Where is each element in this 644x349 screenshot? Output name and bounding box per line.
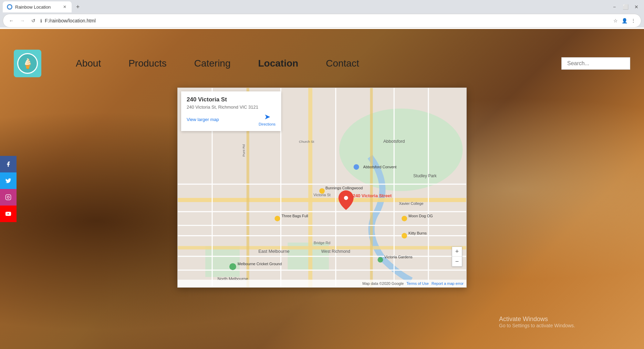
- svg-text:Moon Dog OG: Moon Dog OG: [408, 214, 433, 218]
- navigation: About Products Catering Location Contact: [62, 58, 561, 69]
- map-container: Victoria St Bridge Rd Punt Rd Church St …: [177, 88, 467, 288]
- youtube-button[interactable]: [0, 206, 17, 222]
- nav-about[interactable]: About: [62, 58, 115, 69]
- svg-point-36: [319, 188, 325, 194]
- svg-text:Victoria Gardens: Victoria Gardens: [384, 255, 413, 259]
- directions-icon: ➤: [264, 112, 270, 121]
- svg-point-0: [8, 5, 11, 9]
- svg-text:Three Bags Full: Three Bags Full: [281, 214, 308, 218]
- svg-text:Xavier College: Xavier College: [399, 201, 423, 206]
- popup-address: 240 Victoria St, Richmond VIC 3121: [187, 104, 276, 110]
- nav-catering[interactable]: Catering: [180, 58, 245, 69]
- facebook-button[interactable]: [0, 156, 17, 172]
- popup-actions: View larger map ➤ Directions: [187, 112, 276, 126]
- svg-rect-12: [370, 88, 373, 287]
- svg-text:Abbotsford: Abbotsford: [383, 139, 405, 144]
- window-close-button[interactable]: ✕: [632, 2, 641, 12]
- maximize-button[interactable]: ⬜: [621, 2, 630, 12]
- address-bar[interactable]: ← → ↺ ℹ ☆ 👤 ⋮: [3, 14, 641, 28]
- back-button[interactable]: ←: [7, 17, 15, 25]
- tab-favicon: [7, 4, 12, 10]
- svg-text:Church St: Church St: [299, 140, 314, 143]
- svg-text:Punt Rd: Punt Rd: [242, 144, 246, 157]
- terms-of-use-link[interactable]: Terms of Use: [406, 281, 429, 286]
- window-controls: − ⬜ ✕: [610, 2, 641, 12]
- svg-rect-7: [205, 246, 240, 277]
- svg-text:West Richmond: West Richmond: [321, 249, 350, 254]
- address-input[interactable]: [45, 18, 609, 23]
- svg-text:Studley Park: Studley Park: [413, 173, 437, 178]
- directions-button[interactable]: ➤ Directions: [259, 112, 276, 126]
- nav-products[interactable]: Products: [115, 58, 180, 69]
- map-data-text: Map data ©2020 Google: [362, 281, 404, 286]
- tab-close-button[interactable]: ✕: [62, 4, 67, 10]
- twitter-button[interactable]: [0, 172, 17, 189]
- svg-point-38: [402, 216, 407, 221]
- tab-title: Rainbow Location: [15, 4, 51, 10]
- nav-location[interactable]: Location: [245, 58, 312, 69]
- zoom-in-button[interactable]: +: [452, 247, 462, 257]
- svg-text:Bunnings Collingwood: Bunnings Collingwood: [325, 186, 363, 190]
- svg-text:240 Victoria Street: 240 Victoria Street: [353, 193, 392, 198]
- svg-point-44: [274, 216, 280, 221]
- activate-line1: Activate Windows: [499, 316, 575, 323]
- report-map-error-link[interactable]: Report a map error: [432, 281, 464, 286]
- directions-label: Directions: [259, 122, 276, 126]
- svg-point-49: [344, 196, 348, 200]
- new-tab-button[interactable]: +: [73, 2, 83, 12]
- svg-point-46: [229, 263, 236, 270]
- svg-rect-10: [308, 88, 312, 287]
- svg-text:Kitty Burns: Kitty Burns: [408, 231, 427, 235]
- browser-chrome: Rainbow Location ✕ + − ⬜ ✕ ← → ↺ ℹ ☆ 👤 ⋮: [0, 0, 644, 28]
- instagram-button[interactable]: [0, 189, 17, 206]
- view-larger-map-link[interactable]: View larger map: [187, 117, 219, 122]
- minimize-button[interactable]: −: [610, 2, 619, 12]
- svg-point-34: [354, 164, 359, 170]
- popup-title: 240 Victoria St: [187, 96, 276, 103]
- logo-image: [17, 53, 38, 74]
- social-sidebar: [0, 156, 17, 222]
- map-attribution: Map data ©2020 Google Terms of Use Repor…: [178, 280, 466, 287]
- map-zoom-controls: + −: [452, 247, 462, 267]
- logo[interactable]: [14, 50, 41, 77]
- forward-button[interactable]: →: [18, 17, 27, 25]
- bookmark-icon[interactable]: ☆: [612, 17, 619, 24]
- svg-text:Bridge Rd: Bridge Rd: [314, 241, 331, 245]
- svg-text:Abbotsford Convent: Abbotsford Convent: [363, 165, 397, 169]
- menu-icon[interactable]: ⋮: [630, 17, 637, 24]
- file-icon: ℹ: [40, 18, 42, 23]
- address-bar-actions: ☆ 👤 ⋮: [612, 17, 637, 24]
- zoom-out-button[interactable]: −: [452, 257, 462, 266]
- page-background: About Products Catering Location Contact: [0, 29, 644, 349]
- account-icon[interactable]: 👤: [621, 17, 628, 24]
- tab-bar: Rainbow Location ✕ + − ⬜ ✕: [0, 0, 644, 14]
- svg-point-40: [402, 233, 407, 239]
- svg-point-42: [377, 257, 383, 262]
- map-popup: 240 Victoria St 240 Victoria St, Richmon…: [181, 91, 281, 131]
- svg-point-5: [339, 109, 463, 191]
- svg-text:East Melbourne: East Melbourne: [258, 249, 290, 254]
- active-tab[interactable]: Rainbow Location ✕: [3, 1, 72, 12]
- reload-button[interactable]: ↺: [29, 17, 38, 25]
- svg-rect-1: [6, 195, 11, 200]
- search-input[interactable]: [561, 57, 630, 70]
- nav-contact[interactable]: Contact: [312, 58, 373, 69]
- activate-windows-overlay: Activate Windows Go to Settings to activ…: [499, 316, 575, 328]
- svg-text:Melbourne Cricket Ground: Melbourne Cricket Ground: [238, 262, 282, 266]
- activate-line2: Go to Settings to activate Windows.: [499, 323, 575, 328]
